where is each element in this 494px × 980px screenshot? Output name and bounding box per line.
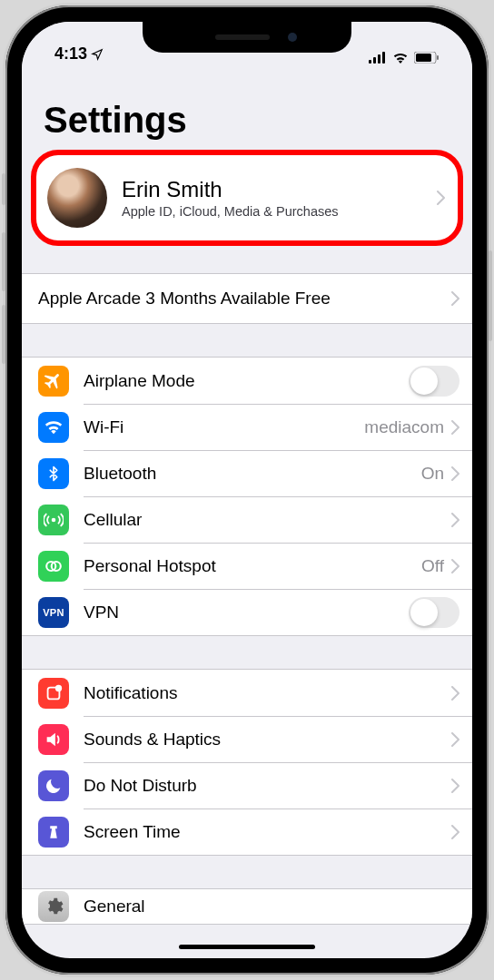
general-row[interactable]: General [22, 889, 472, 924]
wifi-row[interactable]: Wi-Fi mediacom [22, 404, 472, 450]
svg-rect-2 [378, 54, 380, 64]
chevron-right-icon [451, 466, 459, 481]
battery-icon [414, 52, 440, 64]
row-label: Wi-Fi [84, 417, 364, 437]
phone-frame: 4:13 [5, 5, 489, 975]
row-label: Sounds & Haptics [84, 730, 451, 750]
row-label: Personal Hotspot [84, 556, 421, 576]
home-indicator[interactable] [179, 945, 315, 949]
status-time: 4:13 [54, 44, 104, 64]
row-label: Airplane Mode [84, 371, 409, 391]
row-label: Do Not Disturb [84, 776, 451, 796]
wifi-icon [38, 412, 69, 443]
dnd-icon [38, 770, 69, 801]
vpn-toggle[interactable] [409, 597, 459, 628]
chevron-right-icon [451, 825, 459, 839]
airplane-icon [38, 366, 69, 397]
svg-rect-0 [369, 60, 371, 64]
screen-time-row[interactable]: Screen Time [22, 808, 472, 855]
row-label: Cellular [84, 510, 451, 530]
sounds-haptics-row[interactable]: Sounds & Haptics [22, 716, 472, 762]
sounds-icon [38, 724, 69, 755]
screen-time-icon [38, 817, 69, 848]
row-label: Notifications [84, 683, 451, 703]
chevron-right-icon [451, 732, 459, 747]
notifications-icon [38, 678, 69, 709]
settings-scroll-view[interactable]: Settings Erin Smith Apple ID, iCloud, Me… [22, 65, 472, 958]
cellular-signal-icon [369, 52, 387, 64]
airplane-mode-row[interactable]: Airplane Mode [22, 358, 472, 404]
profile-subtitle: Apple ID, iCloud, Media & Purchases [122, 204, 437, 219]
connectivity-section: Airplane Mode Wi-Fi mediacom [22, 357, 472, 636]
location-arrow-icon [91, 48, 104, 61]
chevron-right-icon [451, 420, 459, 435]
personal-hotspot-row[interactable]: Personal Hotspot Off [22, 543, 472, 589]
row-label: Bluetooth [84, 464, 421, 484]
promo-section: Apple Arcade 3 Months Available Free [22, 273, 472, 324]
chevron-right-icon [451, 686, 459, 701]
cellular-row[interactable]: Cellular [22, 496, 472, 543]
power-button [489, 250, 492, 341]
row-value: Off [421, 556, 444, 576]
chevron-right-icon [451, 559, 459, 573]
apple-id-section: Erin Smith Apple ID, iCloud, Media & Pur… [31, 150, 463, 246]
status-icons [369, 52, 440, 64]
general-icon [38, 891, 69, 922]
chevron-right-icon [451, 513, 459, 527]
row-label: General [84, 897, 459, 916]
profile-name: Erin Smith [122, 177, 437, 202]
apple-id-row[interactable]: Erin Smith Apple ID, iCloud, Media & Pur… [36, 155, 458, 240]
chevron-right-icon [451, 779, 459, 793]
svg-rect-5 [416, 54, 431, 62]
svg-rect-6 [437, 55, 439, 60]
volume-down-button [2, 305, 5, 364]
do-not-disturb-row[interactable]: Do Not Disturb [22, 762, 472, 808]
notch [143, 22, 351, 53]
chevron-right-icon [437, 191, 445, 205]
screen: 4:13 [22, 22, 472, 958]
row-value: On [421, 464, 444, 484]
row-value: mediacom [364, 417, 444, 437]
hotspot-icon [38, 551, 69, 582]
bluetooth-row[interactable]: Bluetooth On [22, 450, 472, 496]
general-section: General [22, 888, 472, 925]
cellular-icon [38, 505, 69, 535]
svg-point-11 [55, 684, 62, 691]
avatar [47, 168, 107, 228]
vpn-row[interactable]: VPN VPN [22, 589, 472, 635]
clock-text: 4:13 [54, 44, 87, 64]
vpn-icon-label: VPN [43, 607, 64, 618]
wifi-status-icon [392, 52, 409, 64]
notifications-row[interactable]: Notifications [22, 670, 472, 716]
promo-label: Apple Arcade 3 Months Available Free [38, 289, 451, 309]
airplane-mode-toggle[interactable] [409, 366, 459, 397]
notifications-section: Notifications Sounds & Haptics [22, 669, 472, 856]
page-title: Settings [22, 65, 472, 150]
row-label: VPN [84, 603, 409, 622]
svg-rect-1 [373, 57, 376, 64]
volume-up-button [2, 232, 5, 291]
profile-text: Erin Smith Apple ID, iCloud, Media & Pur… [122, 177, 437, 219]
apple-arcade-promo-row[interactable]: Apple Arcade 3 Months Available Free [22, 274, 472, 323]
svg-rect-3 [382, 52, 385, 64]
vpn-icon: VPN [38, 597, 69, 628]
chevron-right-icon [451, 291, 459, 306]
bluetooth-icon [38, 458, 69, 489]
mute-switch [2, 173, 5, 205]
row-label: Screen Time [84, 822, 451, 842]
svg-point-7 [53, 518, 55, 521]
